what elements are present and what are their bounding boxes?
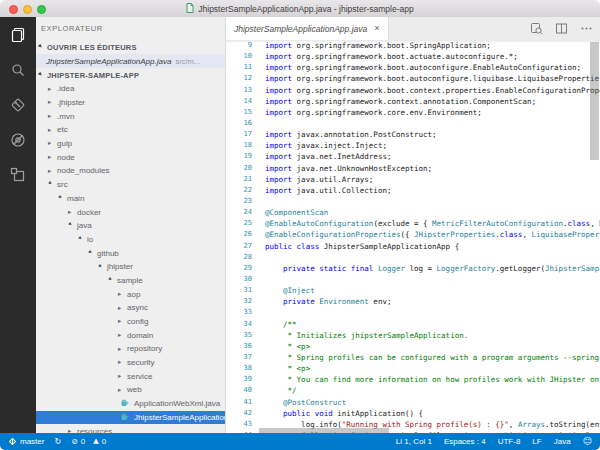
tree-item--jhipster[interactable]: ▸.jhipster <box>36 96 225 110</box>
git-branch-indicator[interactable]: master <box>8 437 44 446</box>
indentation-indicator[interactable]: Espaces : 4 <box>444 437 486 446</box>
tree-item-docker[interactable]: ▸docker <box>36 205 225 219</box>
line-content: public class JhipsterSampleApplicationAp… <box>265 241 459 252</box>
tree-item-web[interactable]: ▸web <box>36 383 225 397</box>
code-line-9[interactable]: 9import org.springframework.boot.SpringA… <box>226 40 600 51</box>
tree-item-service[interactable]: ▸service <box>36 369 225 383</box>
code-line-31[interactable]: 31 @Inject <box>226 285 600 296</box>
horizontal-scrollbar[interactable] <box>259 428 389 433</box>
tree-item-java[interactable]: ▸java <box>36 219 225 233</box>
code-line-25[interactable]: 25@EnableAutoConfiguration(exclude = { M… <box>226 218 600 229</box>
tree-item-sample[interactable]: ▸sample <box>36 274 225 288</box>
split-editor-icon[interactable] <box>555 22 568 35</box>
debug-icon[interactable] <box>8 130 28 150</box>
chevron-collapsed-icon: ▸ <box>118 373 125 380</box>
line-content: import java.util.Collection; <box>265 185 391 196</box>
code-line-17[interactable]: 17import javax.annotation.PostConstruct; <box>226 129 600 140</box>
line-content: @ComponentScan <box>265 207 328 218</box>
tree-item-applicationwebxml-java[interactable]: ApplicationWebXml.java <box>36 397 225 411</box>
code-line-42[interactable]: 42 public void initApplication() { <box>226 408 600 419</box>
tree-item-jhipstersampleapplicationapp-java[interactable]: JhipsterSampleApplicationApp.java <box>36 411 225 425</box>
code-line-28[interactable]: 28 <box>226 252 600 263</box>
tree-item-config[interactable]: ▸config <box>36 315 225 329</box>
cursor-position[interactable]: Li 1, Col 1 <box>396 437 432 446</box>
tree-item-domain[interactable]: ▸domain <box>36 328 225 342</box>
tree-item-aop[interactable]: ▸aop <box>36 287 225 301</box>
tree-item-main[interactable]: ▸main <box>36 192 225 206</box>
chevron-collapsed-icon: ▸ <box>118 387 125 394</box>
code-line-22[interactable]: 22import java.util.Collection; <box>226 185 600 196</box>
code-line-19[interactable]: 19import java.net.InetAddress; <box>226 151 600 162</box>
code-line-24[interactable]: 24@ComponentScan <box>226 207 600 218</box>
code-line-33[interactable]: 33 <box>226 307 600 318</box>
tree-item-node[interactable]: ▸node <box>36 150 225 164</box>
code-line-14[interactable]: 14import org.springframework.context.ann… <box>226 96 600 107</box>
code-line-15[interactable]: 15import org.springframework.core.env.En… <box>226 107 600 118</box>
tree-item-src[interactable]: ▸src <box>36 178 225 192</box>
code-line-21[interactable]: 21import java.util.Arrays; <box>226 174 600 185</box>
code-line-40[interactable]: 40 */ <box>226 385 600 396</box>
open-preview-icon[interactable] <box>530 22 543 35</box>
line-number: 25 <box>226 218 252 229</box>
encoding-indicator[interactable]: UTF-8 <box>498 437 521 446</box>
project-section-header[interactable]: ▸ JHIPSTER-SAMPLE-APP <box>36 68 225 82</box>
code-editor[interactable]: 9import org.springframework.boot.SpringA… <box>226 40 600 433</box>
code-line-29[interactable]: 29 private static final Logger log = Log… <box>226 263 600 274</box>
code-line-16[interactable]: 16 <box>226 118 600 129</box>
search-icon[interactable] <box>8 60 28 80</box>
code-line-35[interactable]: 35 * Initializes jhipsterSampleApplicati… <box>226 330 600 341</box>
tree-item-github[interactable]: ▸github <box>36 246 225 260</box>
code-line-13[interactable]: 13import org.springframework.boot.contex… <box>226 85 600 96</box>
tree-item--mvn[interactable]: ▸.mvn <box>36 109 225 123</box>
language-mode[interactable]: Java <box>554 437 571 446</box>
tree-item-node-modules[interactable]: ▸node_modules <box>36 164 225 178</box>
sync-button[interactable]: ↻ <box>54 438 61 446</box>
problems-indicator[interactable]: ⊘ 0 ▲ 0 <box>71 437 106 446</box>
code-line-36[interactable]: 36 * <p> <box>226 341 600 352</box>
code-line-12[interactable]: 12import org.springframework.boot.autoco… <box>226 73 600 84</box>
open-editors-header[interactable]: ▸ OUVRIR LES ÉDITEURS <box>36 40 225 54</box>
code-line-37[interactable]: 37 * Spring profiles can be configured w… <box>226 352 600 363</box>
open-editor-item[interactable]: JhipsterSampleApplicationApp.java src/m.… <box>36 54 225 68</box>
tree-item-resources[interactable]: ▸resources <box>36 424 225 433</box>
tab-close-icon[interactable]: × <box>374 24 379 33</box>
code-line-27[interactable]: 27public class JhipsterSampleApplication… <box>226 241 600 252</box>
code-line-10[interactable]: 10import org.springframework.boot.actuat… <box>226 51 600 62</box>
tree-item--idea[interactable]: ▸.idea <box>36 82 225 96</box>
line-number: 30 <box>226 274 252 285</box>
tab-jhipstersampleapplicationapp[interactable]: JhipsterSampleApplicationApp.java × <box>226 17 389 40</box>
tree-item-etc[interactable]: ▸etc <box>36 123 225 137</box>
minimize-window-button[interactable] <box>23 5 32 14</box>
tree-item-gulp[interactable]: ▸gulp <box>36 137 225 151</box>
more-actions-icon[interactable] <box>580 22 593 35</box>
code-line-41[interactable]: 41 @PostConstruct <box>226 397 600 408</box>
code-line-26[interactable]: 26@EnableConfigurationProperties({ JHips… <box>226 229 600 240</box>
code-line-34[interactable]: 34 /** <box>226 319 600 330</box>
tree-item-label: sample <box>117 276 143 285</box>
tree-item-jhipster[interactable]: ▸jhipster <box>36 260 225 274</box>
zoom-window-button[interactable] <box>37 5 46 14</box>
code-line-11[interactable]: 11import org.springframework.boot.autoco… <box>226 62 600 73</box>
code-line-30[interactable]: 30 <box>226 274 600 285</box>
extensions-icon[interactable] <box>8 165 28 185</box>
eol-indicator[interactable]: LF <box>532 437 541 446</box>
code-line-20[interactable]: 20import java.net.UnknownHostException; <box>226 163 600 174</box>
code-line-32[interactable]: 32 private Environment env; <box>226 296 600 307</box>
line-number: 24 <box>226 207 252 218</box>
tree-item-io[interactable]: ▸io <box>36 233 225 247</box>
explorer-icon[interactable] <box>8 25 28 45</box>
source-control-icon[interactable] <box>8 95 28 115</box>
tree-item-async[interactable]: ▸async <box>36 301 225 315</box>
line-content: import org.springframework.boot.autoconf… <box>265 62 581 73</box>
vertical-scrollbar[interactable] <box>590 42 599 160</box>
code-line-38[interactable]: 38 * <p> <box>226 363 600 374</box>
tree-item-security[interactable]: ▸security <box>36 356 225 370</box>
chevron-collapsed-icon: ▸ <box>118 318 125 325</box>
code-line-23[interactable]: 23 <box>226 196 600 207</box>
code-line-18[interactable]: 18import javax.inject.Inject; <box>226 140 600 151</box>
tree-item-repository[interactable]: ▸repository <box>36 342 225 356</box>
feedback-button[interactable]: ☺ <box>583 437 592 446</box>
sidebar-title: EXPLORATEUR <box>36 17 225 40</box>
code-line-39[interactable]: 39 * You can find more information on ho… <box>226 374 600 385</box>
close-window-button[interactable] <box>9 5 18 14</box>
